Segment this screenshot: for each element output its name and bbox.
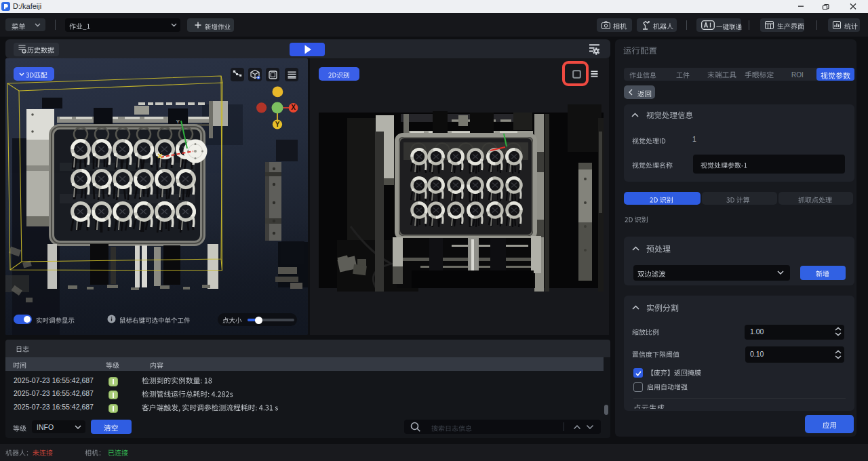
- svg-text:X: X: [291, 104, 296, 111]
- svg-text:Y: Y: [176, 119, 180, 124]
- svg-text:Y: Y: [275, 121, 280, 128]
